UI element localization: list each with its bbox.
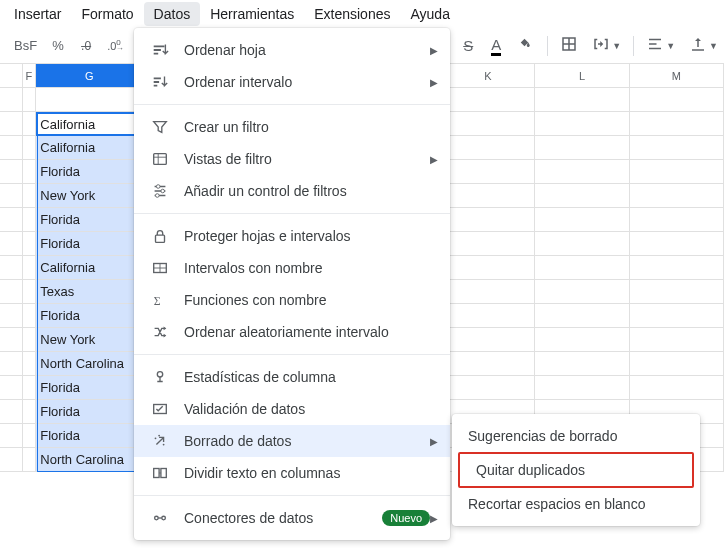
menubar-item-herramientas[interactable]: Herramientas	[200, 2, 304, 26]
cell[interactable]	[630, 184, 724, 208]
horizontal-align-button[interactable]: ▼	[640, 33, 681, 59]
currency-format-button[interactable]: BsF	[8, 33, 43, 59]
cell[interactable]	[630, 376, 724, 400]
cell[interactable]	[630, 304, 724, 328]
vertical-align-button[interactable]: ▼	[683, 33, 724, 59]
cell[interactable]	[23, 112, 37, 136]
cell[interactable]	[535, 352, 629, 376]
cell[interactable]	[23, 400, 37, 424]
cell[interactable]	[23, 304, 37, 328]
cell[interactable]	[630, 352, 724, 376]
cell[interactable]: California	[36, 112, 143, 136]
percent-format-button[interactable]: %	[45, 33, 71, 59]
row-number[interactable]	[0, 184, 23, 208]
cell[interactable]	[23, 256, 37, 280]
cell[interactable]	[23, 136, 37, 160]
cell[interactable]	[23, 328, 37, 352]
menu-item-sort-sheet[interactable]: Ordenar hoja▶	[134, 34, 450, 66]
fill-color-button[interactable]	[511, 33, 541, 59]
cell[interactable]	[23, 208, 37, 232]
row-number[interactable]	[0, 400, 23, 424]
cell[interactable]: North Carolina	[36, 352, 144, 376]
cell[interactable]	[535, 328, 629, 352]
strikethrough-button[interactable]: S	[455, 33, 481, 59]
cell[interactable]	[630, 160, 724, 184]
increase-decimal-button[interactable]: .00→	[101, 33, 135, 59]
cell[interactable]	[23, 160, 37, 184]
cell[interactable]	[630, 136, 724, 160]
cell[interactable]	[23, 424, 37, 448]
cell[interactable]	[630, 232, 724, 256]
cell[interactable]	[441, 208, 535, 232]
cell[interactable]	[630, 112, 724, 136]
cell[interactable]: New York	[36, 328, 144, 352]
column-header[interactable]: L	[535, 64, 629, 87]
cell[interactable]	[441, 160, 535, 184]
cell[interactable]	[535, 112, 629, 136]
cell[interactable]	[535, 160, 629, 184]
row-number[interactable]	[0, 352, 23, 376]
menu-item-filter-views[interactable]: Vistas de filtro▶	[134, 143, 450, 175]
cell[interactable]: New York	[36, 184, 144, 208]
cell[interactable]	[630, 280, 724, 304]
menubar-item-formato[interactable]: Formato	[71, 2, 143, 26]
cell[interactable]	[535, 376, 629, 400]
cell[interactable]	[23, 184, 37, 208]
submenu-item[interactable]: Quitar duplicados	[454, 454, 698, 486]
text-color-button[interactable]: A	[483, 33, 509, 59]
cell[interactable]	[23, 352, 37, 376]
submenu-item[interactable]: Sugerencias de borrado	[452, 420, 700, 452]
cell[interactable]	[630, 208, 724, 232]
cell[interactable]: California	[36, 136, 144, 160]
row-number[interactable]	[0, 448, 23, 472]
cell[interactable]: Florida	[36, 232, 144, 256]
menu-item-split[interactable]: Dividir texto en columnas	[134, 457, 450, 489]
menu-item-sort-range[interactable]: Ordenar intervalo▶	[134, 66, 450, 98]
cell[interactable]	[23, 232, 37, 256]
menubar-item-ayuda[interactable]: Ayuda	[400, 2, 459, 26]
menu-item-cleanup[interactable]: Borrado de datos▶	[134, 425, 450, 457]
menu-item-filter[interactable]: Crear un filtro	[134, 111, 450, 143]
cell[interactable]	[535, 136, 629, 160]
cell[interactable]	[441, 256, 535, 280]
cell[interactable]	[441, 232, 535, 256]
cell[interactable]	[441, 376, 535, 400]
row-number[interactable]	[0, 424, 23, 448]
menu-item-protect[interactable]: Proteger hojas e intervalos	[134, 220, 450, 252]
cell[interactable]	[441, 88, 535, 112]
menu-item-slicer[interactable]: Añadir un control de filtros	[134, 175, 450, 207]
row-number[interactable]	[0, 328, 23, 352]
row-number[interactable]	[0, 88, 23, 112]
cell[interactable]	[23, 88, 37, 112]
cell[interactable]: Florida	[36, 424, 144, 448]
cell[interactable]	[23, 376, 37, 400]
cell[interactable]	[535, 208, 629, 232]
menu-item-named-range[interactable]: Intervalos con nombre	[134, 252, 450, 284]
cell[interactable]	[535, 232, 629, 256]
menubar-item-datos[interactable]: Datos	[144, 2, 201, 26]
row-number[interactable]	[0, 160, 23, 184]
column-header[interactable]: M	[630, 64, 724, 87]
cell[interactable]	[535, 256, 629, 280]
cell[interactable]	[630, 88, 724, 112]
row-number[interactable]	[0, 304, 23, 328]
cell[interactable]	[441, 328, 535, 352]
cell[interactable]	[441, 352, 535, 376]
cell[interactable]	[23, 448, 37, 472]
column-header[interactable]: K	[441, 64, 535, 87]
cell[interactable]: Florida	[36, 304, 144, 328]
column-header[interactable]: F	[23, 64, 36, 87]
cell[interactable]	[441, 184, 535, 208]
column-header[interactable]: G	[36, 64, 143, 87]
cell[interactable]: Texas	[36, 280, 144, 304]
cell[interactable]: North Carolina	[36, 448, 144, 472]
cell[interactable]: Florida	[36, 160, 144, 184]
cell[interactable]	[441, 280, 535, 304]
merge-cells-button[interactable]: ▼	[586, 33, 627, 59]
row-number[interactable]	[0, 376, 23, 400]
cell[interactable]	[535, 88, 629, 112]
row-number[interactable]	[0, 208, 23, 232]
menubar-item-extensiones[interactable]: Extensiones	[304, 2, 400, 26]
menu-item-named-fn[interactable]: ΣFunciones con nombre	[134, 284, 450, 316]
submenu-item[interactable]: Recortar espacios en blanco	[452, 488, 700, 520]
